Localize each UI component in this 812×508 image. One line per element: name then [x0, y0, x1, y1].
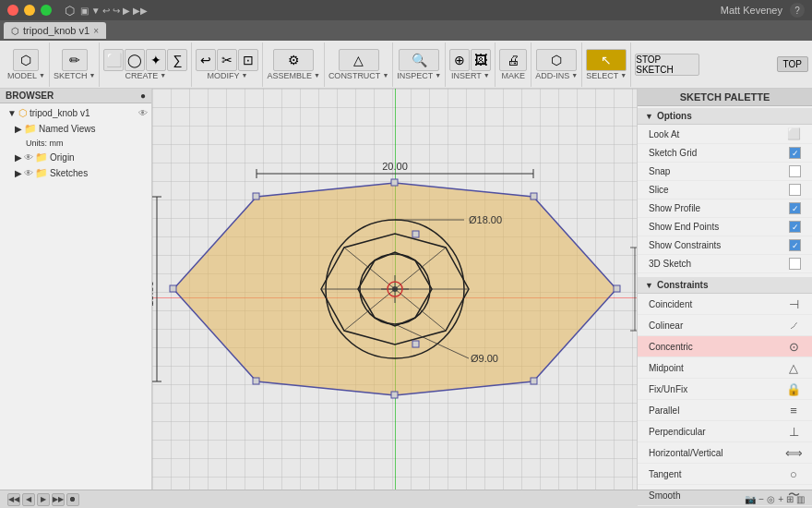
tab-close-button[interactable]: ×: [93, 26, 99, 36]
palette-row-snap[interactable]: Snap: [638, 163, 812, 181]
palette-row-showprofile[interactable]: Show Profile ✓: [638, 200, 812, 218]
showendpoints-checkbox[interactable]: ✓: [789, 221, 801, 233]
construct-dropdown-arrow[interactable]: ▼: [382, 72, 388, 79]
palette-row-concentric[interactable]: Concentric ⊙: [638, 336, 812, 357]
fit-view-icon[interactable]: ◎: [767, 494, 775, 504]
nav-first[interactable]: ◀◀: [7, 493, 20, 506]
help-icon[interactable]: ?: [790, 3, 805, 18]
nav-last[interactable]: ▶▶: [52, 493, 65, 506]
expand-arrow-root: ▼: [7, 108, 17, 118]
browser-header: BROWSER ●: [0, 89, 151, 103]
insert-dropdown-arrow[interactable]: ▼: [484, 72, 490, 79]
palette-row-sketchgrid[interactable]: Sketch Grid ✓: [638, 144, 812, 163]
select-label: SELECT: [586, 71, 618, 80]
palette-row-fixunfix[interactable]: Fix/UnFix 🔒: [638, 379, 812, 400]
stop-sketch-toolbar-button[interactable]: STOP SKETCH: [635, 54, 699, 76]
canvas-area[interactable]: 20.00 13.80 Ø18.00 Ø9.00 5.00: [152, 89, 637, 490]
insert-icon1[interactable]: ⊕: [449, 49, 470, 71]
handle-left: [170, 285, 176, 292]
palette-row-showconstraints[interactable]: Show Constraints ✓: [638, 236, 812, 255]
select-icon[interactable]: ↖: [586, 49, 627, 71]
display-icon[interactable]: ▥: [796, 494, 805, 504]
create-icon3[interactable]: ✦: [146, 49, 166, 71]
sketch-dropdown-arrow[interactable]: ▼: [89, 72, 95, 79]
concentric-label: Concentric: [649, 342, 693, 352]
close-button[interactable]: [7, 5, 18, 16]
palette-row-colinear[interactable]: Colinear ⟋: [638, 315, 812, 336]
showprofile-checkbox[interactable]: ✓: [789, 202, 801, 214]
construct-label: CONSTRUCT: [328, 71, 381, 80]
palette-row-midpoint[interactable]: Midpoint △: [638, 357, 812, 379]
top-view-button[interactable]: TOP: [777, 56, 808, 72]
palette-row-horizontalvertical[interactable]: Horizontal/Vertical ⟺: [638, 442, 812, 464]
select-dropdown-arrow[interactable]: ▼: [620, 72, 627, 79]
model-icon[interactable]: ⬡: [13, 49, 39, 71]
palette-row-coincident[interactable]: Coincident ⊣: [638, 294, 812, 315]
snap-checkbox[interactable]: [789, 165, 801, 177]
modify-dropdown-arrow[interactable]: ▼: [241, 72, 247, 79]
model-dropdown-arrow[interactable]: ▼: [39, 72, 45, 79]
palette-row-showendpoints[interactable]: Show End Points ✓: [638, 218, 812, 236]
model-label: MODEL: [7, 71, 37, 80]
inspect-dropdown-arrow[interactable]: ▼: [435, 72, 441, 79]
modify-icon2[interactable]: ✂: [217, 49, 237, 71]
midpoint-icon: △: [786, 360, 801, 375]
palette-row-perpendicular[interactable]: Perpendicular ⊥: [638, 421, 812, 442]
options-title: Options: [657, 111, 692, 121]
palette-row-slice[interactable]: Slice: [638, 181, 812, 200]
browser-item-origin[interactable]: ▶ 👁 📁 Origin: [0, 150, 151, 165]
palette-row-tangent[interactable]: Tangent ○: [638, 464, 812, 485]
minimize-button[interactable]: [24, 5, 35, 16]
eye-icon-root[interactable]: 👁: [138, 108, 148, 118]
view-options-icon[interactable]: ⊞: [786, 494, 794, 504]
create-icon1[interactable]: ⬜: [103, 49, 124, 71]
nav-record[interactable]: ⏺: [66, 493, 79, 506]
palette-row-parallel[interactable]: Parallel ≡: [638, 400, 812, 421]
document-tab[interactable]: ⬡ tripod_knob v1 ×: [4, 22, 106, 39]
zoom-in-icon[interactable]: +: [778, 494, 783, 504]
sketchgrid-label: Sketch Grid: [649, 148, 697, 158]
create-dropdown-arrow[interactable]: ▼: [160, 72, 166, 79]
toolbar-group-inspect: 🔍 INSPECT ▼: [393, 42, 446, 87]
palette-row-lookat[interactable]: Look At ⬜: [638, 125, 812, 144]
browser-item-namedviews[interactable]: ▶ 📁 Named Views: [0, 121, 151, 137]
nav-prev[interactable]: ◀: [22, 493, 35, 506]
constraints-title: Constraints: [657, 280, 709, 290]
insert-icon2[interactable]: 🖼: [471, 49, 491, 71]
palette-constraints-header[interactable]: ▼ Constraints: [638, 277, 812, 294]
zoom-out-icon[interactable]: −: [758, 494, 764, 504]
sketchgrid-checkbox[interactable]: ✓: [789, 147, 801, 159]
inspect-icon[interactable]: 🔍: [399, 49, 439, 71]
create-icon2[interactable]: ◯: [125, 49, 145, 71]
addins-dropdown-arrow[interactable]: ▼: [571, 72, 578, 79]
sketches-icon: 📁: [35, 167, 48, 179]
origin-eye-icon[interactable]: 👁: [24, 152, 33, 163]
sketches-eye-icon[interactable]: 👁: [24, 168, 33, 178]
horizontalvertical-icon: ⟺: [786, 445, 801, 460]
modify-icon1[interactable]: ↩: [196, 49, 216, 71]
assemble-icon[interactable]: ⚙: [273, 49, 314, 71]
sketch-icon[interactable]: ✏: [62, 49, 88, 71]
showconstraints-checkbox[interactable]: ✓: [789, 239, 801, 251]
nav-play[interactable]: ▶: [37, 493, 50, 506]
lookat-label: Look At: [649, 129, 679, 139]
maximize-button[interactable]: [41, 5, 52, 16]
3dsketch-checkbox[interactable]: [789, 258, 801, 270]
addins-icon[interactable]: ⬡: [536, 49, 577, 71]
palette-row-3dsketch[interactable]: 3D Sketch: [638, 255, 812, 273]
slice-checkbox[interactable]: [789, 184, 801, 196]
assemble-dropdown-arrow[interactable]: ▼: [314, 72, 320, 79]
parallel-icon: ≡: [786, 403, 801, 417]
camera-icon[interactable]: 📷: [745, 494, 756, 504]
palette-options-header[interactable]: ▼ Options: [638, 108, 812, 125]
browser-item-sketches[interactable]: ▶ 👁 📁 Sketches: [0, 165, 151, 181]
toolbar-group-model: ⬡ MODEL ▼: [4, 42, 50, 87]
toolbar-group-addins: ⬡ ADD-INS ▼: [531, 42, 582, 87]
construct-icon[interactable]: △: [339, 49, 379, 71]
browser-toggle[interactable]: ●: [140, 91, 146, 101]
create-icon4[interactable]: ∑: [167, 49, 187, 71]
make-icon[interactable]: 🖨: [499, 49, 527, 71]
browser-item-label-namedviews: Named Views: [39, 124, 96, 134]
modify-icon3[interactable]: ⊡: [238, 49, 258, 71]
browser-item-root[interactable]: ▼ ⬡ tripod_knob v1 👁: [0, 105, 151, 121]
